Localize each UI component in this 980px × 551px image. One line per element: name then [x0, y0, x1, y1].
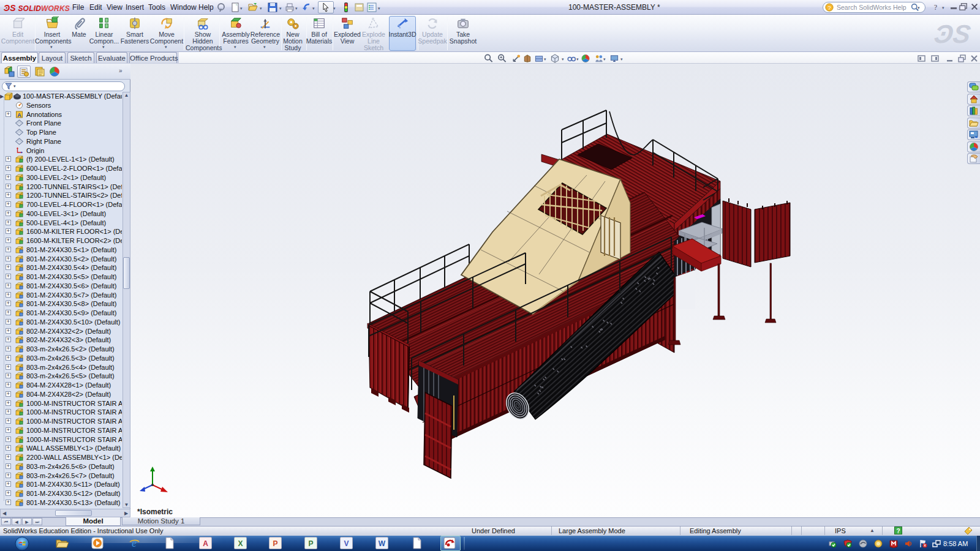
- svg-text:e: e: [132, 537, 137, 549]
- svg-text:A: A: [17, 112, 21, 118]
- svg-text:*Isometric: *Isometric: [137, 508, 173, 516]
